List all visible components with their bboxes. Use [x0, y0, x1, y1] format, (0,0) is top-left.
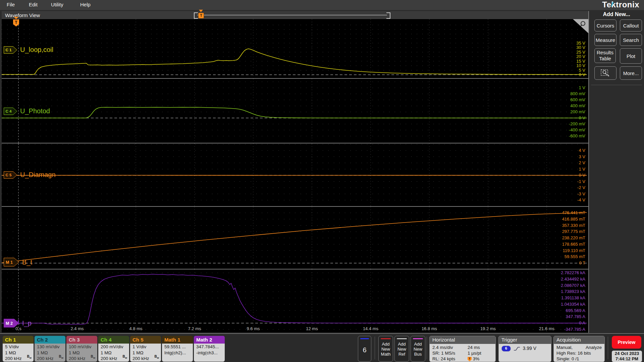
axis-label: 400 mV — [570, 103, 585, 108]
menu-edit[interactable]: Edit — [27, 2, 40, 7]
axis-label: 238.220 mT — [562, 235, 585, 240]
menu-help[interactable]: Help — [78, 2, 93, 7]
slice-math1[interactable]: 476.441 mT 416.885 mT 357.330 mT 297.775… — [2, 207, 588, 269]
waveform-display[interactable]: 35 V 30 V 25 V 20 V 15 V 10 V 5 V 0 V — [2, 19, 588, 333]
trigger-source-badge: 6 — [501, 346, 511, 352]
ch5-settings-badge[interactable]: Ch 5 1 V/div 1 MΩ 200 kHz Bw — [130, 336, 161, 362]
menu-bar: File Edit Utility Help Tektronix — [0, 0, 644, 10]
horizontal-panel[interactable]: Horizontal 2.4 ms/div24 ms SR: 1 MS/s1 µ… — [429, 336, 496, 362]
trigger-panel[interactable]: Trigger 6 3.99 V — [498, 336, 551, 362]
slice-math2[interactable]: 2.782276 kA 2.434492 kA 2.086707 kA 1.73… — [2, 269, 588, 333]
channel-name-ch5: U_Diamagn — [20, 171, 56, 179]
axis-label: 59.555 mT — [565, 254, 585, 259]
math2-settings-badge[interactable]: Math 2 347.7845... -intg(ch3... — [194, 336, 225, 362]
channel-name-ch4: U_Photod — [20, 107, 50, 115]
callout-button[interactable]: Callout — [620, 19, 642, 32]
panel-divider — [591, 85, 642, 85]
time-label: 9.6 ms — [241, 326, 265, 331]
axis-label: 476.441 mT — [562, 210, 585, 215]
trace-math2 — [2, 274, 587, 324]
axis-label: 0 T — [579, 260, 585, 265]
axis-label: -200 mV — [569, 121, 585, 126]
badge-ch4[interactable]: C 4 — [4, 108, 17, 115]
time-label: 4.8 ms — [124, 326, 148, 331]
axis-label: 0 V — [579, 173, 585, 178]
bandwidth-limit-indicator: Bw — [155, 354, 159, 361]
trace-math1 — [2, 213, 587, 263]
svg-text:C 5: C 5 — [6, 173, 12, 177]
axis-label: 119.110 mT — [563, 248, 585, 253]
more-button[interactable]: More... — [620, 66, 642, 80]
axis-label: 357.330 mT — [562, 223, 585, 228]
slice-ch5[interactable]: 4 V 3 V 2 V 1 V 0 V -1 V -2 V -3 V -4 V — [2, 143, 588, 206]
datetime-display[interactable]: 24 Oct 2023 7:44:12 PM — [612, 351, 642, 362]
axis-label: -4 V — [577, 197, 585, 202]
bandwidth-limit-indicator: Bw — [91, 354, 95, 361]
axis-label: 2.434492 kA — [561, 277, 585, 282]
search-button[interactable]: Search — [620, 34, 642, 46]
trace-ch1 — [2, 49, 587, 75]
axis-label: 0 V — [579, 72, 585, 77]
add-new-ref-button[interactable]: Add New Ref — [394, 336, 409, 362]
separator — [427, 337, 427, 359]
channel-name-ch1: U_loop,coil — [20, 46, 53, 54]
axis-label: 297.775 mT — [562, 229, 585, 234]
overview-trigger-triangle-icon — [199, 10, 203, 12]
axis-label: 800 mV — [570, 91, 585, 96]
settings-bar: Ch 1 5 V/div 1 MΩ 200 kHz Bw Ch 2 130 mV… — [0, 333, 644, 362]
axis-label: -1 V — [577, 179, 585, 184]
cursors-button[interactable]: Cursors — [594, 19, 616, 32]
axis-label: 3 V — [579, 154, 585, 159]
axis-label: 1.738923 kA — [561, 289, 585, 294]
plot-button[interactable]: Plot — [620, 48, 642, 64]
ref-color-bar — [397, 338, 407, 339]
ch6-button[interactable]: 6 — [358, 336, 371, 362]
oscilloscope-screen: File Edit Utility Help Tektronix Wavefor… — [0, 0, 644, 362]
zoom-select-icon — [600, 69, 610, 77]
acquisition-panel[interactable]: Acquisition Manual,Analyze High Res: 16 … — [553, 336, 605, 362]
svg-text:C 1: C 1 — [6, 48, 12, 52]
badge-math1[interactable]: M 1 — [4, 258, 19, 266]
time-label: 7.2 ms — [183, 326, 206, 331]
badge-ch1[interactable]: C 1 — [4, 46, 17, 54]
bandwidth-limit-indicator: Bw — [59, 354, 63, 361]
zoom-select-button[interactable] — [594, 66, 616, 80]
slice-ch1[interactable]: 35 V 30 V 25 V 20 V 15 V 10 V 5 V 0 V — [2, 19, 588, 78]
axis-label: 1.391138 kA — [561, 295, 585, 300]
channel-row-math1: M 1 B_t — [4, 258, 32, 266]
axis-label: 347.785 A — [566, 314, 585, 319]
axis-label: 4 V — [579, 148, 585, 153]
axis-label: -2 V — [577, 185, 585, 190]
time-label: 2.4 ms — [65, 326, 89, 331]
axis-label: -347.785 A — [564, 327, 585, 332]
ch3-settings-badge[interactable]: Ch 3 100 mV/div 1 MΩ 200 kHz Bw — [66, 336, 97, 362]
menu-file[interactable]: File — [5, 2, 17, 7]
add-new-title: Add New... — [589, 11, 644, 17]
svg-text:C 4: C 4 — [6, 109, 12, 113]
badge-ch5[interactable]: C 5 — [4, 171, 17, 179]
trigger-position-icon: T — [468, 357, 472, 361]
preview-button[interactable]: Preview — [612, 336, 641, 349]
slice-ch4[interactable]: 1 V 800 mV 600 mV 400 mV 200 mV 0 V -200… — [2, 79, 588, 143]
time-label: 19.2 ms — [476, 326, 500, 331]
separator — [608, 337, 608, 359]
horizontal-overview-scrollbar[interactable]: T — [194, 12, 390, 18]
ch2-settings-badge[interactable]: Ch 2 130 mV/div 1 MΩ 200 kHz Bw — [35, 336, 65, 362]
ch1-settings-badge[interactable]: Ch 1 5 V/div 1 MΩ 200 kHz Bw — [3, 336, 34, 362]
menu-utility[interactable]: Utility — [49, 2, 65, 7]
results-table-button[interactable]: Results Table — [594, 48, 616, 63]
axis-label: 0 V — [579, 115, 585, 120]
axis-label: 416.885 mT — [562, 217, 585, 222]
add-new-math-button[interactable]: Add New Math — [378, 336, 393, 362]
math1-settings-badge[interactable]: Math 1 59.5551 ... Intg(ch2)... — [162, 336, 193, 362]
measure-button[interactable]: Measure — [594, 34, 616, 46]
ch4-settings-badge[interactable]: Ch 4 200 mV/div 1 MΩ 200 kHz Bw — [98, 336, 129, 362]
axis-label: 0 A — [579, 320, 585, 325]
axis-label: 2.086707 kA — [561, 283, 585, 288]
add-new-bus-button[interactable]: Add New Bus — [411, 336, 425, 362]
overview-right-bracket[interactable] — [386, 12, 390, 19]
overview-trigger-marker[interactable]: T — [198, 13, 204, 18]
rising-edge-icon — [513, 346, 521, 351]
badge-math2[interactable]: M 2 — [4, 319, 19, 327]
overview-left-bracket[interactable] — [194, 12, 198, 19]
